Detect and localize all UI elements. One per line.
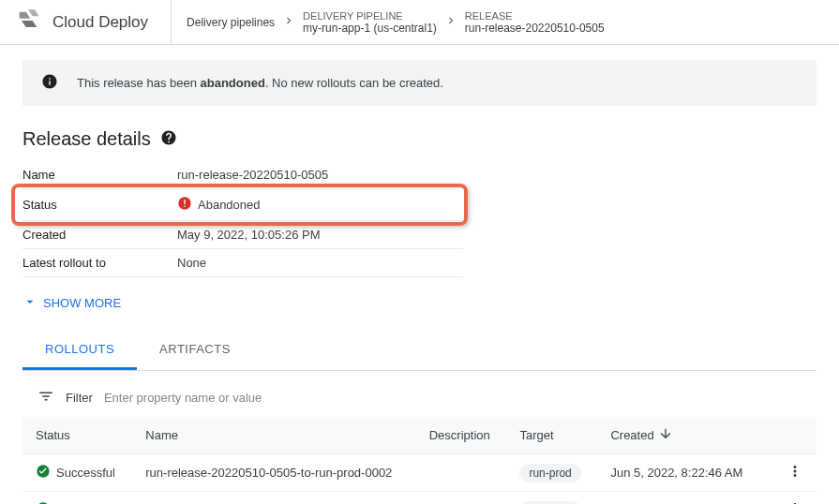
show-more-button[interactable]: SHOW MORE (22, 285, 817, 331)
banner-text: This release has been abandoned. No new … (77, 76, 443, 90)
col-name[interactable]: Name (132, 417, 415, 454)
table-header-row: Status Name Description Target Created (22, 417, 817, 454)
detail-label: Created (22, 221, 177, 249)
col-target[interactable]: Target (506, 417, 597, 454)
detail-row-created: Created May 9, 2022, 10:05:26 PM (22, 221, 463, 249)
rollouts-table: Status Name Description Target Created (22, 417, 817, 504)
breadcrumb-release[interactable]: RELEASE run-release-20220510-0505 (465, 10, 605, 35)
breadcrumb-delivery-pipelines[interactable]: Delivery pipelines (187, 16, 275, 29)
banner-prefix: This release has been (77, 76, 201, 90)
cloud-deploy-logo-icon (15, 7, 41, 37)
col-created-label: Created (610, 428, 653, 442)
detail-label: Name (22, 161, 177, 189)
rollout-name: run-release-20220510-0505-to-run-prod-00… (132, 454, 415, 492)
rollout-created: Jun 5, 2022, 8:21:14 AM (597, 492, 773, 505)
detail-label: Latest rollout to (22, 249, 177, 277)
breadcrumb-value: run-release-20220510-0505 (465, 22, 605, 35)
detail-row-name: Name run-release-20220510-0505 (22, 161, 463, 189)
product-title: Cloud Deploy (52, 13, 148, 32)
rollout-description (416, 492, 507, 505)
status-text: Successful (56, 466, 115, 480)
status-badge: Abandoned (177, 196, 463, 214)
detail-value: May 9, 2022, 10:05:26 PM (177, 221, 463, 249)
filter-icon[interactable] (37, 388, 54, 408)
info-icon (41, 73, 58, 93)
rollout-created: Jun 5, 2022, 8:22:46 AM (597, 454, 773, 492)
main-content: This release has been abandoned. No new … (0, 45, 839, 504)
chevron-right-icon (282, 14, 295, 30)
col-actions (773, 417, 817, 454)
chevron-down-icon (22, 294, 37, 312)
breadcrumb-label: RELEASE (465, 10, 605, 22)
rollout-name: run-release-20220510-0505-to-run-prod-00… (132, 492, 415, 505)
target-chip: run-prod (519, 464, 580, 482)
error-icon (177, 196, 192, 214)
status-badge: Successful (36, 464, 119, 482)
detail-row-status: Status Abandoned (22, 189, 463, 221)
detail-label: Status (22, 198, 57, 212)
rollout-description (416, 454, 507, 492)
tab-rollouts[interactable]: ROLLOUTS (22, 331, 137, 370)
info-banner: This release has been abandoned. No new … (22, 60, 817, 106)
header-bar: Cloud Deploy Delivery pipelines DELIVERY… (0, 0, 839, 45)
page-title: Release details (22, 128, 817, 150)
target-chip: run-prod (519, 501, 580, 505)
breadcrumb-label: DELIVERY PIPELINE (303, 10, 437, 22)
col-description[interactable]: Description (416, 417, 507, 454)
breadcrumb-pipeline[interactable]: DELIVERY PIPELINE my-run-app-1 (us-centr… (303, 10, 437, 35)
breadcrumb: Delivery pipelines DELIVERY PIPELINE my-… (187, 10, 605, 35)
table-row: Successful run-release-20220510-0505-to-… (22, 492, 817, 505)
help-icon[interactable] (160, 129, 177, 149)
col-created[interactable]: Created (597, 417, 773, 454)
detail-value: run-release-20220510-0505 (177, 161, 463, 189)
svg-rect-1 (184, 200, 185, 204)
filter-bar: Filter (22, 378, 817, 417)
success-icon (36, 464, 51, 482)
breadcrumb-value: my-run-app-1 (us-central1) (303, 22, 437, 35)
filter-label: Filter (66, 391, 93, 405)
chevron-right-icon (444, 14, 457, 30)
banner-suffix: . No new rollouts can be created. (265, 76, 443, 90)
detail-value: Abandoned (198, 198, 261, 212)
tab-artifacts[interactable]: ARTIFACTS (137, 331, 253, 370)
product-logo-area: Cloud Deploy (15, 0, 172, 45)
show-more-label: SHOW MORE (43, 296, 121, 310)
arrow-down-icon (658, 426, 673, 444)
detail-value: None (177, 249, 463, 277)
details-table: Name run-release-20220510-0505 Status Ab… (22, 161, 463, 277)
banner-bold: abandoned (201, 76, 265, 90)
table-row: Successful run-release-20220510-0505-to-… (22, 454, 817, 492)
filter-input[interactable] (104, 391, 802, 405)
page-title-text: Release details (22, 128, 151, 150)
more-actions-button[interactable] (787, 468, 803, 482)
tabs: ROLLOUTS ARTIFACTS (22, 331, 817, 371)
svg-rect-2 (184, 206, 185, 207)
detail-row-latest: Latest rollout to None (22, 249, 463, 277)
col-status[interactable]: Status (22, 417, 132, 454)
